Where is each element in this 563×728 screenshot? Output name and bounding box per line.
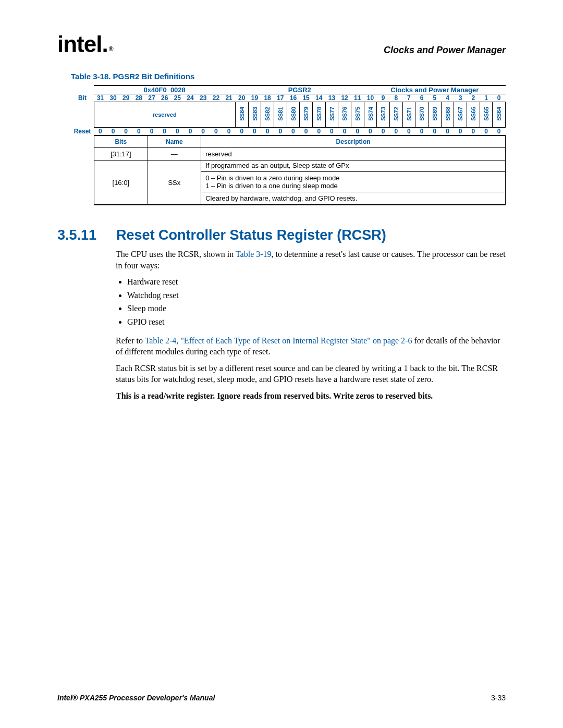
reset-val: 0: [493, 128, 506, 136]
cell-name: SSx: [148, 161, 201, 205]
bitnum: 8: [389, 94, 402, 102]
reset-val: 0: [454, 128, 467, 136]
reset-val: 0: [402, 128, 415, 136]
ss-field: SS67: [454, 102, 467, 128]
bitnum: 7: [402, 94, 415, 102]
reset-val: 0: [364, 128, 377, 136]
bitnum: 29: [119, 94, 132, 102]
reset-val: 0: [389, 128, 402, 136]
reset-val: 0: [351, 128, 364, 136]
bitnum: 27: [145, 94, 158, 102]
col-name: Name: [148, 136, 201, 148]
ss-field: SS68: [441, 102, 454, 128]
list-item: GPIO reset: [127, 316, 506, 328]
ss-field: SS73: [377, 102, 390, 128]
table-row: [31:17] — reserved: [94, 148, 506, 161]
bitnum: 6: [415, 94, 429, 102]
bitnum: 19: [248, 94, 261, 102]
section-heading: 3.5.11 Reset Controller Status Register …: [57, 227, 506, 243]
bitnum: 31: [94, 94, 107, 102]
table-caption: Table 3-18. PGSR2 Bit Definitions: [71, 72, 506, 81]
reset-val: 0: [480, 128, 493, 136]
cell-desc: reserved: [201, 148, 506, 161]
bullet-list: Hardware reset Watchdog reset Sleep mode…: [116, 276, 506, 327]
reset-val: 0: [428, 128, 441, 136]
ss-field: SS83: [248, 102, 261, 128]
bit-number-row: Bit 31 30 29 28 27 26 25 24 23 22 21 20 …: [71, 94, 506, 102]
bitnum: 14: [312, 94, 325, 102]
bitnum: 23: [197, 94, 210, 102]
paragraph-bold: This is a read/write register. Ignore re…: [116, 390, 506, 402]
reset-val: 0: [145, 128, 158, 136]
link-table-3-19[interactable]: Table 3-19: [236, 250, 272, 258]
table-row: [16:0] SSx If programmed as an output, S…: [94, 161, 506, 205]
reserved-field: reserved: [94, 102, 235, 128]
bitnum: 0: [493, 94, 506, 102]
reg-address: 0x40F0_0028: [94, 85, 235, 94]
ss-field: SS65: [480, 102, 493, 128]
header-section-title: Clocks and Power Manager: [384, 45, 506, 56]
ss-field: SS69: [428, 102, 441, 128]
reset-val: 0: [325, 128, 338, 136]
list-item: Sleep mode: [127, 303, 506, 314]
bitnum: 30: [107, 94, 120, 102]
bitnum: 28: [132, 94, 145, 102]
bitnum: 25: [171, 94, 184, 102]
reset-val: 0: [274, 128, 287, 136]
ss-field: SS71: [402, 102, 415, 128]
reg-owner: Clocks and Power Manager: [364, 85, 505, 94]
ss-field: SS66: [467, 102, 480, 128]
logo-text: intel: [57, 31, 102, 57]
reset-val: 0: [287, 128, 300, 136]
bitnum: 10: [364, 94, 377, 102]
bit-field-row: reserved SS84 SS83 SS82 SS81 SS80 SS79 S…: [71, 102, 506, 128]
ss-field: SS78: [312, 102, 325, 128]
bitnum: 5: [428, 94, 441, 102]
reset-val: 0: [338, 128, 351, 136]
table-header-row: Bits Name Description: [94, 136, 506, 148]
reset-val: 0: [415, 128, 429, 136]
ss-field: SS82: [261, 102, 274, 128]
cell-bits: [16:0]: [94, 161, 148, 205]
intel-logo: intel.®: [57, 31, 112, 57]
bitnum: 11: [351, 94, 364, 102]
ss-field: SS75: [351, 102, 364, 128]
bitnum: 20: [235, 94, 248, 102]
cell-bits: [31:17]: [94, 148, 148, 161]
bitnum: 13: [325, 94, 338, 102]
reset-val: 0: [171, 128, 184, 136]
reset-val: 0: [107, 128, 120, 136]
reset-val: 0: [261, 128, 274, 136]
bitnum: 26: [158, 94, 171, 102]
cell-desc: If programmed as an output, Sleep state …: [201, 161, 506, 205]
bitnum: 24: [184, 94, 197, 102]
page-footer: Intel® PXA255 Processor Developer's Manu…: [57, 694, 506, 702]
paragraph: The CPU uses the RCSR, shown in Table 3-…: [116, 249, 506, 271]
reset-val: 0: [132, 128, 145, 136]
list-item: Hardware reset: [127, 276, 506, 288]
link-table-2-4[interactable]: Table 2-4, "Effect of Each Type of Reset…: [145, 336, 412, 345]
bitnum: 2: [467, 94, 480, 102]
bitnum: 12: [338, 94, 351, 102]
bitnum: 18: [261, 94, 274, 102]
reset-label: Reset: [71, 128, 94, 136]
ss-field: SS79: [300, 102, 313, 128]
reset-val: 0: [441, 128, 454, 136]
paragraph: Each RCSR status bit is set by a differe…: [116, 363, 506, 385]
register-header-row: 0x40F0_0028 PGSR2 Clocks and Power Manag…: [71, 85, 506, 94]
reset-val: 0: [235, 128, 248, 136]
bitnum: 16: [287, 94, 300, 102]
reset-val: 0: [184, 128, 197, 136]
page-header: intel.® Clocks and Power Manager: [57, 31, 506, 57]
paragraph: Refer to Table 2-4, "Effect of Each Type…: [116, 335, 506, 357]
col-desc: Description: [201, 136, 506, 148]
reset-val: 0: [223, 128, 236, 136]
reset-val: 0: [210, 128, 223, 136]
ss-field: SS70: [415, 102, 429, 128]
section-number: 3.5.11: [57, 227, 96, 243]
bitnum: 1: [480, 94, 493, 102]
reset-val: 0: [119, 128, 132, 136]
body-text: The CPU uses the RCSR, shown in Table 3-…: [116, 249, 506, 402]
col-bits: Bits: [94, 136, 148, 148]
ss-field: SS72: [389, 102, 402, 128]
